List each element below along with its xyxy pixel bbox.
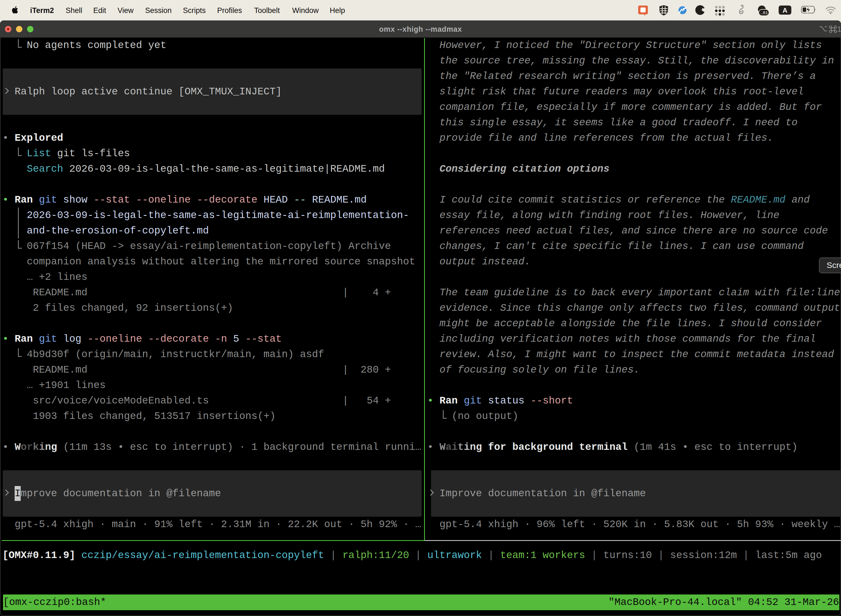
svg-text:A: A: [782, 7, 787, 14]
svg-text:..61: ..61: [761, 10, 768, 15]
svg-text:1: 1: [837, 25, 841, 34]
